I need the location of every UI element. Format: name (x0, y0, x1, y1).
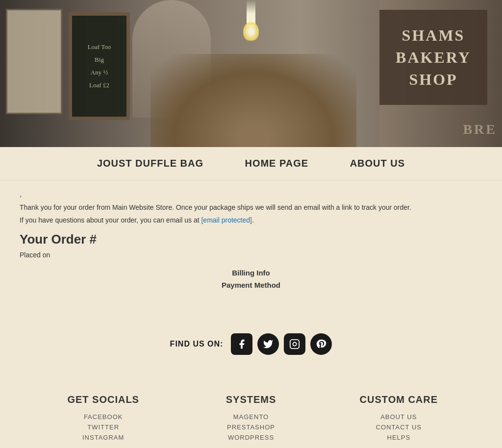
thank-you-line1: Thank you for your order from Main Websi… (20, 202, 482, 213)
logo-text: SHAMS BAKERY SHOP (389, 25, 477, 90)
footer-col-systems-heading: SYSTEMS (187, 394, 315, 405)
footer-link-instagram[interactable]: INSTAGRAM (39, 434, 167, 441)
footer-link-helps[interactable]: HELPS (335, 434, 463, 441)
find-us-label: FIND US ON: (170, 340, 224, 348)
footer-col-care: CUSTOM CARE ABOUT US CONTACT US HELPS (325, 394, 473, 444)
main-nav: JOUST DUFFLE BAG HOME PAGE ABOUT US (0, 147, 502, 180)
email-link[interactable]: [email protected] (201, 216, 252, 224)
footer-columns: GET SOCIALS FACEBOOK TWITTER INSTAGRAM S… (0, 379, 502, 448)
twitter-icon[interactable] (257, 333, 279, 355)
svg-rect-0 (290, 340, 299, 348)
find-us-row: FIND US ON: (10, 333, 492, 355)
order-heading: Your Order # (20, 232, 482, 247)
billing-section: Billing Info Payment Method (20, 269, 482, 289)
chalkboard: Loaf TooBigAny ½Loaf £2 (69, 12, 130, 120)
footer-link-twitter[interactable]: TWITTER (39, 423, 167, 431)
footer-link-prestashop[interactable]: PRESTASHOP (187, 423, 315, 431)
pinterest-icon[interactable] (310, 333, 332, 355)
social-icons-group (231, 333, 332, 355)
newspaper-frame (6, 9, 62, 114)
footer-link-wordpress[interactable]: WORDPRESS (187, 434, 315, 441)
billing-info-label: Billing Info (20, 269, 482, 277)
footer-col-socials-heading: GET SOCIALS (39, 394, 167, 405)
footer-link-magento[interactable]: MAGENTO (187, 413, 315, 421)
footer-col-socials: GET SOCIALS FACEBOOK TWITTER INSTAGRAM (29, 394, 177, 444)
bread-basket (151, 54, 356, 147)
nav-home-page[interactable]: HOME PAGE (245, 158, 308, 169)
light-bulb (243, 22, 259, 41)
footer-col-care-heading: CUSTOM CARE (335, 394, 463, 405)
comma-label: , (20, 190, 482, 198)
instagram-icon[interactable] (284, 333, 305, 355)
hero-banner: Loaf TooBigAny ½Loaf £2 BRE SHAMS BAKERY… (0, 0, 502, 147)
nav-joust-duffle-bag[interactable]: JOUST DUFFLE BAG (97, 158, 203, 169)
logo-box: SHAMS BAKERY SHOP (379, 10, 487, 105)
payment-method-label: Payment Method (20, 281, 482, 289)
facebook-icon[interactable] (231, 333, 252, 355)
thank-you-line2: If you have questions about your order, … (20, 215, 482, 225)
footer-link-contact-us[interactable]: CONTACT US (335, 423, 463, 431)
bre-text: BRE (463, 122, 497, 137)
footer-link-about-us[interactable]: ABOUT US (335, 413, 463, 421)
footer-col-systems: SYSTEMS MAGENTO PRESTASHOP WORDPRESS (177, 394, 325, 444)
footer-link-facebook[interactable]: FACEBOOK (39, 413, 167, 421)
placed-on-label: Placed on (20, 251, 482, 259)
main-content: , Thank you for your order from Main Web… (0, 180, 502, 314)
social-section: FIND US ON: (0, 314, 502, 379)
nav-about-us[interactable]: ABOUT US (350, 158, 405, 169)
